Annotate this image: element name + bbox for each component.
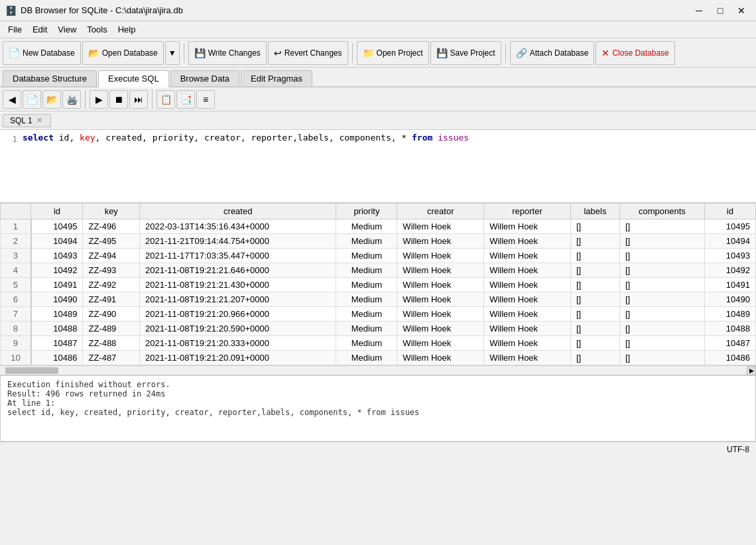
menu-tools[interactable]: Tools [82, 23, 112, 36]
toolbar-sep-1 [184, 43, 184, 63]
sql-tab-close[interactable]: ✕ [35, 116, 44, 125]
cell-creator: Willem Hoek [397, 249, 484, 263]
cell-id: 10491 [31, 278, 83, 292]
cell-key: ZZ-493 [83, 263, 140, 278]
cell-components: [] [620, 278, 705, 292]
sql-stop-btn[interactable]: ⏹ [109, 90, 128, 109]
open-db-dropdown[interactable]: ▼ [165, 41, 180, 65]
tab-browse-data[interactable]: Browse Data [170, 70, 239, 86]
main-tabs: Database Structure Execute SQL Browse Da… [0, 68, 756, 88]
col-header-rownum [1, 204, 31, 219]
encoding-label: UTF-8 [727, 445, 749, 454]
table-row[interactable]: 4 10492 ZZ-493 2021-11-08T19:21:21.646+0… [1, 263, 756, 278]
cell-id2: 10495 [704, 219, 755, 234]
titlebar: 🗄️ DB Browser for SQLite - C:\data\jira\… [0, 0, 756, 21]
results-container[interactable]: id key created priority creator reporter… [0, 203, 756, 366]
sql-format-btn[interactable]: ≡ [196, 90, 215, 109]
tab-edit-pragmas[interactable]: Edit Pragmas [241, 70, 312, 86]
sql-tab-label: SQL 1 [10, 116, 32, 125]
cell-components: [] [620, 336, 705, 351]
table-row[interactable]: 9 10487 ZZ-488 2021-11-08T19:21:20.333+0… [1, 336, 756, 351]
scroll-thumb[interactable] [5, 367, 58, 374]
col-header-components[interactable]: components [620, 204, 705, 219]
sql-toolbar: ◀ 📄 📂 🖨️ ▶ ⏹ ⏭ 📋 📑 ≡ [0, 88, 756, 111]
table-row[interactable]: 2 10494 ZZ-495 2021-11-21T09:14:44.754+0… [1, 234, 756, 249]
sql-paste-btn[interactable]: 📑 [176, 90, 195, 109]
scroll-right-btn[interactable]: ▶ [747, 366, 756, 375]
horizontal-scrollbar[interactable]: ▶ [0, 366, 756, 375]
cell-priority: Medium [336, 307, 397, 322]
close-database-button[interactable]: ✕ Close Database [596, 41, 674, 65]
save-project-button[interactable]: 💾 Save Project [430, 41, 501, 65]
sql-run-btn[interactable]: ▶ [90, 90, 108, 109]
sql-btn-3[interactable]: 📂 [42, 90, 61, 109]
status-text: Execution finished without errors. Resul… [7, 380, 749, 417]
cell-created: 2021-11-08T19:21:21.646+0000 [140, 263, 336, 278]
attach-database-button[interactable]: 🔗 Attach Database [510, 41, 595, 65]
cell-reporter: Willem Hoek [484, 249, 571, 263]
cell-id: 10488 [31, 322, 83, 336]
window-controls: ─ □ ✕ [690, 3, 751, 19]
row-num: 10 [1, 351, 31, 365]
sql-editor[interactable]: 1 select id, key, created, priority, cre… [0, 130, 756, 203]
cell-labels: [] [570, 234, 619, 249]
sql-copy-btn[interactable]: 📋 [157, 90, 175, 109]
open-database-button[interactable]: 📂 Open Database [82, 41, 164, 65]
open-project-button[interactable]: 📁 Open Project [357, 41, 429, 65]
sql-btn-1[interactable]: ◀ [3, 90, 21, 109]
table-row[interactable]: 5 10491 ZZ-492 2021-11-08T19:21:21.430+0… [1, 278, 756, 292]
table-row[interactable]: 10 10486 ZZ-487 2021-11-08T19:21:20.091+… [1, 351, 756, 365]
col-header-id[interactable]: id [31, 204, 83, 219]
minimize-button[interactable]: ─ [690, 3, 708, 19]
cell-reporter: Willem Hoek [484, 219, 571, 234]
cell-components: [] [620, 351, 705, 365]
cell-reporter: Willem Hoek [484, 336, 571, 351]
cell-key: ZZ-492 [83, 278, 140, 292]
cell-creator: Willem Hoek [397, 336, 484, 351]
col-header-created[interactable]: created [140, 204, 336, 219]
cell-components: [] [620, 234, 705, 249]
col-header-id2[interactable]: id [704, 204, 755, 219]
cell-created: 2021-11-08T19:21:20.091+0000 [140, 351, 336, 365]
menu-edit[interactable]: Edit [27, 23, 52, 36]
menu-file[interactable]: File [3, 23, 27, 36]
menu-help[interactable]: Help [113, 23, 141, 36]
revert-changes-label: Revert Changes [284, 48, 342, 58]
results-table: id key created priority creator reporter… [0, 203, 756, 365]
tab-database-structure[interactable]: Database Structure [3, 70, 97, 86]
col-header-priority[interactable]: priority [336, 204, 397, 219]
table-row[interactable]: 8 10488 ZZ-489 2021-11-08T19:21:20.590+0… [1, 322, 756, 336]
table-row[interactable]: 3 10493 ZZ-494 2021-11-17T17:03:35.447+0… [1, 249, 756, 263]
col-header-key[interactable]: key [83, 204, 140, 219]
close-button[interactable]: ✕ [732, 3, 751, 19]
table-row[interactable]: 1 10495 ZZ-496 2022-03-13T14:35:16.434+0… [1, 219, 756, 234]
window-title: DB Browser for SQLite - C:\data\jira\jir… [21, 5, 690, 15]
cell-id: 10494 [31, 234, 83, 249]
write-changes-button[interactable]: 💾 Write Changes [188, 41, 267, 65]
sql-step-btn[interactable]: ⏭ [129, 90, 148, 109]
sql-btn-4[interactable]: 🖨️ [62, 90, 81, 109]
table-row[interactable]: 6 10490 ZZ-491 2021-11-08T19:21:21.207+0… [1, 292, 756, 307]
tab-execute-sql[interactable]: Execute SQL [98, 70, 169, 88]
new-database-button[interactable]: 📄 New Database [3, 41, 81, 65]
revert-changes-button[interactable]: ↩ Revert Changes [268, 41, 348, 65]
maximize-button[interactable]: □ [711, 3, 729, 19]
table-row[interactable]: 7 10489 ZZ-490 2021-11-08T19:21:20.966+0… [1, 307, 756, 322]
cell-creator: Willem Hoek [397, 307, 484, 322]
sql-btn-2[interactable]: 📄 [23, 90, 41, 109]
cell-id: 10490 [31, 292, 83, 307]
sql-code[interactable]: select id, key, created, priority, creat… [23, 133, 753, 200]
cell-labels: [] [570, 336, 619, 351]
sql-tab-1[interactable]: SQL 1 ✕ [3, 114, 51, 127]
col-header-labels[interactable]: labels [570, 204, 619, 219]
col-header-reporter[interactable]: reporter [484, 204, 571, 219]
cell-key: ZZ-491 [83, 292, 140, 307]
cell-labels: [] [570, 307, 619, 322]
col-header-creator[interactable]: creator [397, 204, 484, 219]
cell-id2: 10490 [704, 292, 755, 307]
cell-key: ZZ-490 [83, 307, 140, 322]
menu-view[interactable]: View [52, 23, 82, 36]
cell-created: 2022-03-13T14:35:16.434+0000 [140, 219, 336, 234]
cell-key: ZZ-489 [83, 322, 140, 336]
cell-created: 2021-11-08T19:21:21.430+0000 [140, 278, 336, 292]
